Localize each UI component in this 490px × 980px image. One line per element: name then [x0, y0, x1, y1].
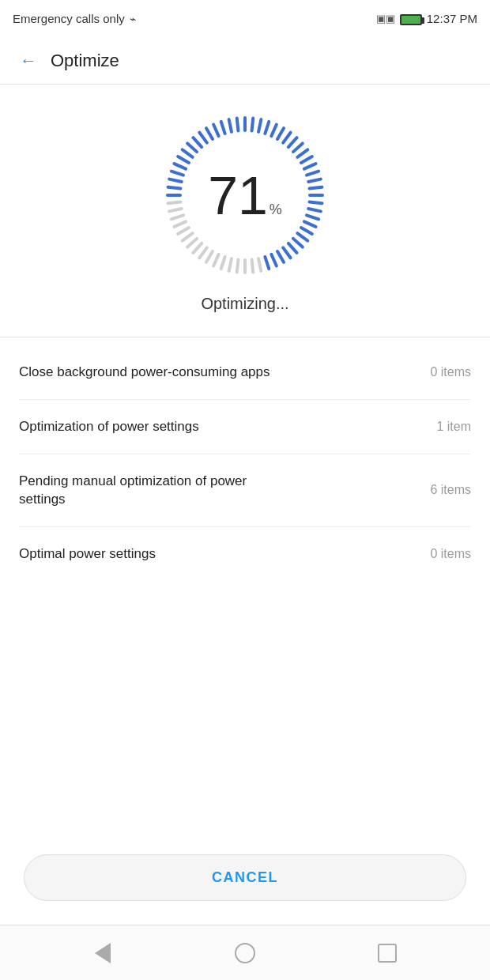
svg-line-9 [199, 133, 206, 143]
svg-line-44 [252, 260, 254, 273]
svg-line-2 [169, 179, 182, 182]
list-section: Close background power-consuming apps 0 … [0, 345, 490, 581]
svg-line-56 [174, 221, 186, 227]
back-arrow-icon: ← [20, 51, 37, 71]
svg-line-34 [304, 221, 316, 227]
progress-container: 71 % Optimizing... [158, 108, 332, 313]
back-nav-button[interactable] [87, 937, 119, 969]
recents-nav-button[interactable] [371, 937, 403, 969]
svg-line-13 [229, 119, 232, 132]
svg-line-14 [237, 119, 239, 131]
svg-line-25 [301, 156, 312, 163]
svg-line-18 [265, 122, 269, 134]
bottom-nav [0, 925, 490, 980]
svg-line-52 [193, 243, 202, 253]
svg-line-23 [293, 143, 303, 152]
usb-icon: ⌁ [130, 13, 136, 25]
circular-progress: 71 % [158, 108, 332, 282]
svg-line-57 [172, 215, 183, 219]
svg-line-50 [206, 251, 213, 262]
svg-line-47 [229, 258, 232, 271]
svg-line-46 [237, 260, 239, 273]
svg-line-17 [258, 119, 261, 132]
svg-line-39 [283, 247, 290, 258]
list-item-label: Close background power-consuming apps [19, 363, 288, 382]
list-item-label: Optimal power settings [19, 545, 288, 564]
optimizing-text: Optimizing... [201, 295, 288, 313]
status-bar: Emergency calls only ⌁ ▣▣ 12:37 PM [0, 0, 490, 37]
svg-line-53 [187, 239, 197, 247]
home-nav-button[interactable] [229, 937, 261, 969]
svg-line-49 [213, 254, 219, 266]
svg-line-3 [172, 172, 183, 175]
top-divider [0, 337, 490, 337]
svg-line-4 [174, 164, 186, 169]
list-item: Optimization of power settings 1 item [19, 400, 471, 454]
svg-line-22 [288, 138, 297, 147]
svg-line-28 [308, 179, 321, 182]
time-display: 12:37 PM [427, 12, 477, 25]
page-title: Optimize [51, 51, 119, 71]
list-item: Optimal power settings 0 items [19, 527, 471, 581]
cancel-button[interactable]: CANCEL [24, 854, 466, 901]
cancel-button-container: CANCEL [0, 839, 490, 917]
svg-line-40 [277, 251, 284, 262]
svg-line-35 [301, 228, 312, 234]
svg-line-26 [304, 164, 316, 169]
svg-line-10 [206, 128, 213, 139]
status-right: ▣▣ 12:37 PM [376, 12, 477, 25]
svg-line-43 [258, 258, 261, 271]
svg-line-58 [169, 209, 182, 211]
progress-value: 71 % [208, 168, 282, 222]
svg-line-11 [213, 124, 219, 136]
svg-line-59 [168, 202, 181, 204]
signal-bars-icon: ▣▣ [376, 13, 395, 24]
progress-unit: % [270, 202, 282, 218]
main-content: 71 % Optimizing... Close background powe… [0, 85, 490, 925]
svg-line-27 [307, 172, 318, 175]
svg-line-41 [271, 254, 277, 266]
svg-line-54 [183, 233, 193, 240]
svg-line-29 [310, 187, 322, 189]
progress-number: 71 [208, 168, 268, 222]
back-button[interactable]: ← [13, 45, 44, 77]
svg-line-19 [271, 124, 277, 136]
svg-line-6 [183, 149, 193, 156]
svg-line-33 [307, 215, 318, 219]
svg-line-38 [288, 243, 297, 253]
svg-line-51 [199, 247, 206, 258]
back-nav-icon [95, 943, 111, 963]
list-item: Pending manual optimization of power set… [19, 454, 471, 528]
svg-line-31 [310, 202, 322, 204]
svg-line-48 [221, 257, 225, 269]
svg-line-20 [277, 128, 284, 139]
list-item-value: 0 items [416, 365, 471, 379]
svg-line-42 [265, 257, 269, 269]
svg-line-12 [221, 122, 225, 134]
home-nav-icon [235, 943, 255, 963]
svg-line-55 [178, 228, 189, 234]
svg-line-8 [193, 138, 202, 147]
list-item: Close background power-consuming apps 0 … [19, 345, 471, 400]
svg-line-1 [168, 187, 181, 189]
svg-line-16 [252, 119, 254, 131]
list-item-value: 1 item [416, 420, 471, 434]
list-item-label: Optimization of power settings [19, 417, 288, 436]
svg-line-7 [187, 143, 197, 152]
list-item-value: 0 items [416, 547, 471, 561]
svg-line-37 [293, 239, 303, 247]
app-bar: ← Optimize [0, 37, 490, 85]
svg-line-36 [297, 233, 307, 240]
battery-level-icon [400, 12, 422, 24]
emergency-text: Emergency calls only [13, 12, 125, 25]
recents-nav-icon [378, 944, 397, 963]
svg-line-32 [308, 209, 321, 211]
svg-line-21 [283, 133, 290, 143]
list-item-label: Pending manual optimization of power set… [19, 472, 288, 510]
svg-line-5 [178, 156, 189, 163]
list-item-value: 6 items [416, 483, 471, 497]
svg-line-24 [297, 149, 307, 156]
